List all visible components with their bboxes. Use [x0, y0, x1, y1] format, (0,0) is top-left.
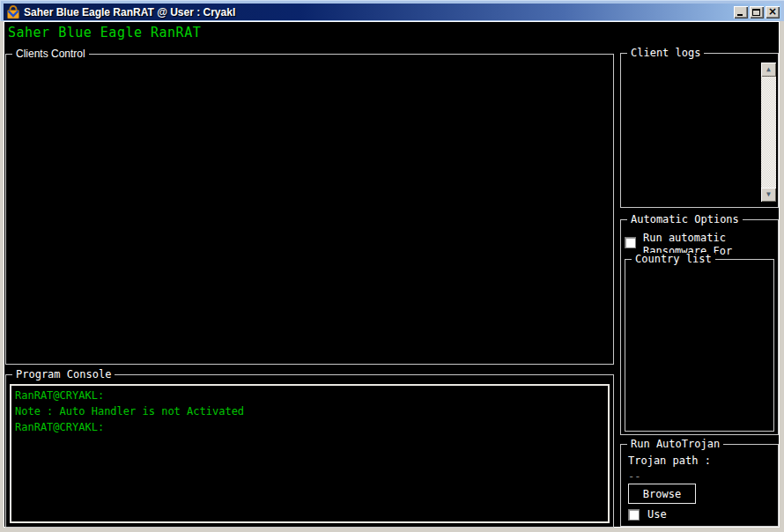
scroll-down-button[interactable]: ▼	[761, 188, 776, 202]
clients-list[interactable]	[8, 62, 611, 362]
clients-control-label: Clients Control	[12, 48, 89, 60]
app-icon	[6, 5, 20, 19]
groupbox-client-logs: Client logs ▲ ▼	[620, 53, 779, 208]
automatic-options-label: Automatic Options	[627, 213, 743, 225]
use-checkbox-label[interactable]: Use	[647, 508, 667, 521]
window-frame-top: Saher Blue Eagle RanRAT @ User : Cryakl …	[0, 0, 784, 21]
trojan-path-label: Trojan path :	[628, 454, 711, 467]
app-window: Saher Blue Eagle RanRAT @ User : Cryakl …	[0, 0, 784, 532]
client-area: Saher Blue Eagle RanRAT Clients Control …	[4, 21, 780, 528]
scroll-up-icon: ▲	[766, 66, 771, 73]
console-line: RanRAT@CRYAKL:	[15, 388, 604, 403]
run-autotrojan-label: Run AutoTrojan	[627, 438, 723, 450]
country-list[interactable]	[627, 267, 772, 429]
maximize-button[interactable]	[750, 6, 764, 18]
titlebar[interactable]: Saher Blue Eagle RanRAT @ User : Cryakl …	[4, 4, 781, 20]
close-button[interactable]: ×	[766, 6, 780, 18]
scroll-up-button[interactable]: ▲	[761, 63, 776, 77]
country-list-label: Country list	[632, 253, 715, 265]
window-title: Saher Blue Eagle RanRAT @ User : Cryakl	[24, 6, 734, 18]
groupbox-program-console: Program Console RanRAT@CRYAKL: Note : Au…	[5, 374, 614, 528]
use-checkbox[interactable]	[628, 509, 640, 521]
console-line: Note : Auto Handler is not Activated	[15, 403, 604, 419]
trojan-path-value: --	[628, 470, 640, 483]
groupbox-automatic-options: Automatic Options Run automatic Ransomwa…	[620, 219, 779, 435]
groupbox-clients-control: Clients Control	[5, 54, 614, 365]
groupbox-country-list: Country list	[625, 259, 774, 432]
groupbox-run-autotrojan: Run AutoTrojan Trojan path : -- Browse U…	[620, 444, 779, 527]
scroll-down-icon: ▼	[766, 191, 771, 198]
minimize-icon	[737, 14, 743, 16]
client-logs-label: Client logs	[627, 47, 704, 59]
run-ransomware-checkbox[interactable]	[625, 237, 636, 248]
maximize-icon	[752, 9, 760, 16]
console-output[interactable]: RanRAT@CRYAKL: Note : Auto Handler is no…	[10, 384, 610, 523]
app-heading: Saher Blue Eagle RanRAT	[8, 25, 201, 41]
console-line: RanRAT@CRYAKL:	[15, 419, 604, 435]
client-logs-list[interactable]	[623, 61, 776, 205]
browse-button[interactable]: Browse	[628, 484, 696, 504]
minimize-button[interactable]	[734, 6, 748, 18]
close-icon: ×	[768, 6, 777, 17]
client-logs-scrollbar[interactable]: ▲ ▼	[761, 63, 776, 202]
program-console-label: Program Console	[12, 368, 115, 381]
